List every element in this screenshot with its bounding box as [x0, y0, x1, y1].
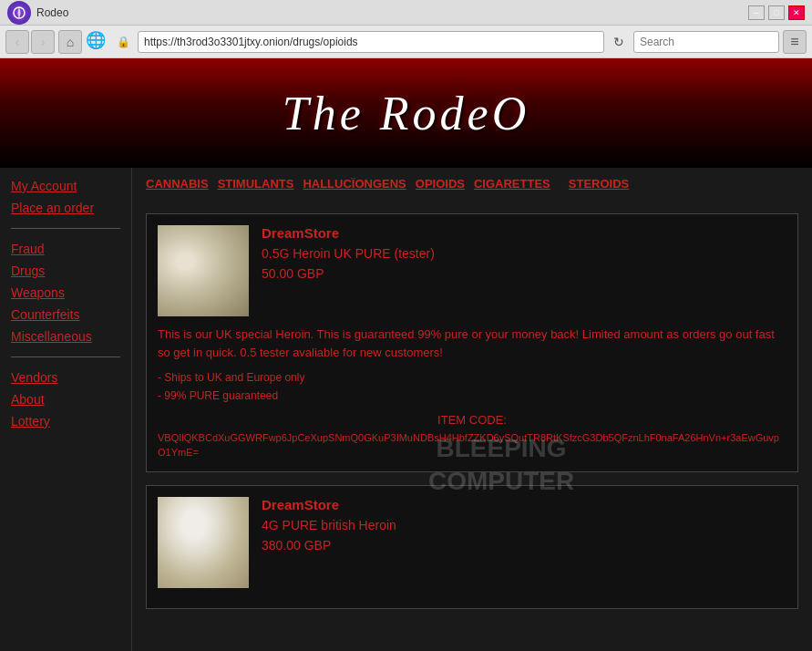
browser-logo	[7, 1, 31, 25]
cat-stimulants[interactable]: STIMULANTS	[218, 177, 294, 193]
sidebar-item-about[interactable]: About	[11, 390, 120, 408]
sidebar-item-drugs[interactable]: Drugs	[11, 262, 120, 280]
menu-button[interactable]: ≡	[783, 30, 807, 54]
home-button[interactable]: ⌂	[58, 30, 82, 54]
item-code-label-1: ITEM CODE:	[158, 413, 786, 427]
nav-arrows: ‹ ›	[5, 30, 55, 54]
sidebar-item-fraud[interactable]: Fraud	[11, 240, 120, 258]
maximize-button[interactable]: □	[768, 5, 785, 20]
window-controls: ─ □ ✕	[748, 5, 805, 20]
product-image-1	[158, 225, 249, 316]
product-info-2: DreamStore 4G PURE british Heroin 380.00…	[262, 497, 786, 588]
product-name-2: 4G PURE british Heroin	[262, 518, 786, 532]
product-price-1: 50.00 GBP	[262, 266, 786, 281]
product-image-inner-1	[158, 225, 249, 316]
lock-icon: 🔒	[117, 36, 130, 48]
product-top-2: DreamStore 4G PURE british Heroin 380.00…	[158, 497, 786, 588]
sidebar-item-lottery[interactable]: Lottery	[11, 412, 120, 430]
window-title: Rodeo	[36, 6, 743, 19]
sidebar-item-weapons[interactable]: Weapons	[11, 284, 120, 302]
item-code-1: VBQIlQKBCdXuGGWRFwp6JpCeXupSNmQ0GKuP3IMu…	[158, 430, 786, 460]
minimize-button[interactable]: ─	[748, 5, 765, 20]
page-wrapper: The RodeO My Account Place an order Frau…	[0, 58, 812, 651]
product-vendor-1: DreamStore	[262, 225, 786, 241]
product-image-2	[158, 497, 249, 588]
product-desc-1: This is our UK special Heroin. This is g…	[158, 326, 786, 361]
close-button[interactable]: ✕	[788, 5, 805, 20]
cat-opioids[interactable]: OPIOIDS	[416, 177, 465, 193]
product-price-2: 380.00 GBP	[262, 538, 786, 553]
product-top-1: DreamStore 0.5G Heroin UK PURE (tester) …	[158, 225, 786, 316]
product-shipping-1: - Ships to UK and Europe only - 99% PURE…	[158, 368, 786, 406]
product-card-1: DreamStore 0.5G Heroin UK PURE (tester) …	[146, 213, 798, 472]
product-image-inner-2	[158, 497, 249, 588]
category-nav: CANNABIS STIMULANTS HALLUCÏONGENS OPIOID…	[146, 177, 798, 201]
sidebar-item-my-account[interactable]: My Account	[11, 177, 120, 195]
site-header: The RodeO	[0, 58, 812, 168]
sidebar-item-counterfeits[interactable]: Counterfeits	[11, 305, 120, 324]
forward-button[interactable]: ›	[31, 30, 55, 54]
cat-cigarettes[interactable]: CIGARETTES	[474, 177, 550, 193]
product-card-2: DreamStore 4G PURE british Heroin 380.00…	[146, 485, 798, 609]
sidebar-item-vendors[interactable]: Vendors	[11, 368, 120, 387]
product-name-1: 0.5G Heroin UK PURE (tester)	[262, 246, 786, 261]
sidebar-item-place-order[interactable]: Place an order	[11, 199, 120, 217]
sidebar-item-miscellaneous[interactable]: Miscellaneous	[11, 327, 120, 346]
product-info-1: DreamStore 0.5G Heroin UK PURE (tester) …	[262, 225, 786, 316]
cat-halluciongens[interactable]: HALLUCÏONGENS	[303, 177, 406, 193]
sidebar-divider-2	[11, 356, 120, 357]
titlebar: Rodeo ─ □ ✕	[0, 0, 812, 26]
back-button[interactable]: ‹	[5, 30, 29, 54]
site-title: The RodeO	[283, 87, 529, 140]
cat-cannabis[interactable]: CANNABIS	[146, 177, 209, 193]
url-bar[interactable]	[138, 31, 604, 53]
content-area[interactable]: CANNABIS STIMULANTS HALLUCÏONGENS OPIOID…	[132, 168, 812, 651]
sidebar: My Account Place an order Fraud Drugs We…	[0, 168, 132, 651]
sidebar-divider-1	[11, 228, 120, 229]
product-vendor-2: DreamStore	[262, 497, 786, 512]
refresh-button[interactable]: ↻	[608, 31, 630, 53]
main-layout: My Account Place an order Fraud Drugs We…	[0, 168, 812, 651]
search-input[interactable]	[633, 31, 779, 53]
navbar: ‹ › ⌂ 🌐 🔒 ↻ ≡	[0, 26, 812, 58]
globe-icon: 🌐	[86, 30, 109, 54]
cat-steroids[interactable]: STEROIDS	[569, 177, 629, 193]
